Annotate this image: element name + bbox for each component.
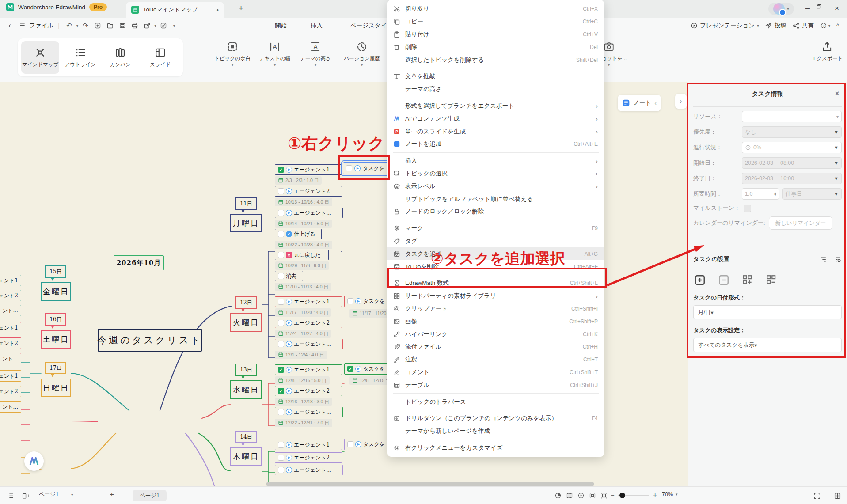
play-progress-icon[interactable]: ▶ <box>286 455 292 461</box>
undo-caret-icon[interactable]: ▾ <box>76 23 79 28</box>
central-topic[interactable]: 今週のタスクリスト <box>98 329 202 352</box>
task-node[interactable]: ✓▶エージェント1 <box>275 164 342 175</box>
share-caret-icon[interactable]: ▾ <box>154 23 156 28</box>
menu-item-40[interactable]: 右クリックメニューをカスタマイズ <box>387 442 604 455</box>
menu-item-3[interactable]: 削除Del <box>387 41 604 53</box>
checkbox-empty[interactable] <box>278 231 284 237</box>
task-node[interactable]: 消去 <box>275 271 303 281</box>
task-node[interactable]: ▶エージェント2 <box>275 318 342 328</box>
day-topic-thu[interactable]: 木曜日 <box>230 447 262 466</box>
menu-item-21[interactable]: タグ <box>387 235 604 248</box>
toolbar-more-icon[interactable]: ▾ <box>173 23 175 28</box>
menu-item-9[interactable]: 形式を選択してブランチをエクスポート› <box>387 100 604 113</box>
add-page-button[interactable]: + <box>110 490 114 499</box>
play-progress-icon[interactable]: ▶ <box>286 299 292 305</box>
menu-item-27[interactable]: クリップアートCtrl+Shift+I <box>387 303 604 315</box>
clipped-task-node[interactable]: ント... <box>0 353 21 364</box>
task-node[interactable]: ▶エージェント1 <box>275 296 342 307</box>
file-menu[interactable]: ファイル <box>29 22 53 30</box>
help-button[interactable]: ? ▾ <box>820 22 831 29</box>
day-callout-sat[interactable]: 16日 <box>45 313 66 326</box>
menu-item-38[interactable]: テーマから新しいページを作成 <box>387 425 604 438</box>
menu-item-2[interactable]: 貼り付けCtrl+V <box>387 28 604 41</box>
new-tab-button[interactable]: + <box>239 4 243 13</box>
checkbox-empty[interactable] <box>278 210 284 216</box>
play-progress-icon[interactable]: ▶ <box>355 366 361 372</box>
play-progress-icon[interactable]: ▶ <box>286 409 292 415</box>
day-callout-thu[interactable]: 14日 <box>235 431 257 443</box>
menu-item-7[interactable]: テーマの高さ <box>387 83 604 96</box>
clipped-task-node[interactable]: ント... <box>0 401 21 413</box>
clipped-task-node[interactable]: ェント2 <box>0 386 21 397</box>
menu-item-4[interactable]: 選択したトピックを削除するShift+Del <box>387 53 604 66</box>
fit-width-icon[interactable] <box>832 491 842 500</box>
play-progress-icon[interactable]: ▶ <box>286 341 292 347</box>
maximize-button[interactable] <box>816 4 829 10</box>
zoom-in-button[interactable]: + <box>653 491 657 499</box>
outline-panel-icon[interactable] <box>5 491 15 500</box>
view-tab-1[interactable]: アウトライン <box>61 41 99 74</box>
checkbox-empty[interactable] <box>278 252 284 258</box>
day-callout-sun[interactable]: 17日 <box>45 362 66 374</box>
checkbox-checked[interactable]: ✓ <box>347 366 353 372</box>
menu-item-15[interactable]: トピックの選択› <box>387 167 604 180</box>
menu-insert[interactable]: 挿入 <box>311 22 323 30</box>
open-folder-icon[interactable] <box>105 20 115 31</box>
checkbox-checked[interactable]: ✓ <box>278 367 284 373</box>
menu-start[interactable]: 開始 <box>275 22 287 30</box>
menu-item-0[interactable]: 切り取りCtrl+X <box>387 3 604 15</box>
account-menu[interactable]: ▾ <box>768 3 794 15</box>
clipped-task-node[interactable]: ェント2 <box>0 290 21 301</box>
checkbox-empty[interactable] <box>278 320 284 326</box>
document-tab[interactable]: ▤ ToDoマインドマップ ● <box>126 2 224 18</box>
checkbox-empty[interactable] <box>278 467 284 473</box>
menu-item-18[interactable]: ノードのロック／ロック解除 <box>387 205 604 218</box>
timer-icon[interactable] <box>553 491 563 500</box>
menu-item-35[interactable]: トピックのトラバース <box>387 395 604 408</box>
menu-item-28[interactable]: 画像Ctrl+Shift+P <box>387 315 604 328</box>
floating-topic-month[interactable]: 2026年10月 <box>114 255 164 270</box>
play-progress-icon[interactable]: ▶ <box>286 210 292 216</box>
task-node[interactable]: ▶エージェント1 <box>275 440 342 450</box>
print-icon[interactable] <box>129 20 140 31</box>
new-document-icon[interactable] <box>92 20 103 31</box>
checkbox-empty[interactable] <box>278 341 284 347</box>
checkbox-empty[interactable] <box>347 298 353 304</box>
clipped-task-node[interactable]: ェント1 <box>0 275 21 286</box>
task-node[interactable]: ▶エージェント... <box>275 407 343 417</box>
presentation-button[interactable]: プレゼンテーション ▾ <box>691 22 759 30</box>
avatar[interactable] <box>773 3 785 15</box>
ribbon-tool-version-history[interactable]: バージョン履歴▾ <box>341 41 383 66</box>
task-node[interactable]: ▶エージェント... <box>275 208 343 218</box>
day-callout-mon[interactable]: 11日 <box>235 197 257 210</box>
collapse-ribbon-icon[interactable]: ^ <box>836 23 839 29</box>
menu-item-6[interactable]: 文章を推敲 <box>387 70 604 83</box>
note-button[interactable]: ノート ‹ <box>618 95 661 111</box>
doc-check-icon[interactable] <box>158 20 169 31</box>
zoom-level[interactable]: 70% ▾ <box>662 491 678 497</box>
menu-pagestyle[interactable]: ページスタイル <box>350 22 393 30</box>
share-button[interactable]: 共有 <box>793 22 814 30</box>
play-progress-icon[interactable]: ▶ <box>286 167 292 173</box>
back-icon[interactable]: ‹ <box>4 20 15 31</box>
play-progress-icon[interactable]: ▶ <box>355 441 361 447</box>
day-callout-wed[interactable]: 13日 <box>235 364 257 376</box>
presentation-play-icon[interactable] <box>576 491 586 500</box>
task-node[interactable]: ✓▶エージェント2 <box>275 386 342 396</box>
task-node[interactable]: ✓仕上げる <box>275 229 322 239</box>
post-button[interactable]: 投稿 <box>765 22 786 30</box>
play-progress-icon[interactable]: ▶ <box>286 188 292 194</box>
horizontal-scrollbar[interactable] <box>266 482 594 486</box>
checkbox-empty[interactable] <box>278 409 284 415</box>
panel-collapse-handle[interactable]: › <box>675 94 687 109</box>
undo-icon[interactable]: ↶ <box>64 20 75 31</box>
page-selector[interactable]: ページ1 ▾ <box>39 491 73 498</box>
menu-item-33[interactable]: テーブルCtrl+Shift+J <box>387 379 604 391</box>
day-topic-mon[interactable]: 月曜日 <box>230 214 262 232</box>
play-progress-icon[interactable]: ▶ <box>286 367 292 373</box>
page-view-icon[interactable] <box>20 491 30 500</box>
menu-item-17[interactable]: サブトピックをアルファベット順に並べ替える <box>387 193 604 205</box>
view-tab-2[interactable]: カンバン <box>101 41 139 74</box>
undone-x-icon[interactable]: × <box>286 252 292 258</box>
fit-frame-icon[interactable] <box>588 491 597 500</box>
